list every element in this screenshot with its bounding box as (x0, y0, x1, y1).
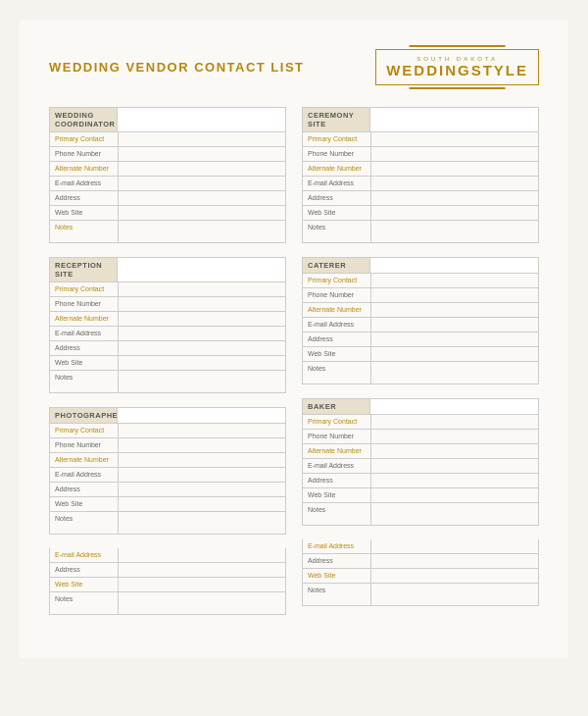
field-value[interactable] (119, 297, 285, 311)
field-value[interactable] (119, 206, 285, 220)
field-row: Phone Number (49, 297, 286, 312)
field-label: Alternate Number (303, 162, 371, 176)
field-label: E-mail Address (50, 327, 119, 340)
header: WEDDING VENDOR CONTACT LIST SOUTH DAKOTA… (49, 49, 539, 85)
section-header-empty (370, 398, 539, 415)
field-row: Notes (302, 503, 539, 526)
field-value[interactable] (371, 191, 538, 205)
field-row: Address (302, 474, 539, 488)
field-value[interactable] (119, 578, 285, 591)
field-value[interactable] (371, 132, 538, 146)
field-row: E-mail Address (50, 548, 285, 563)
field-label: E-mail Address (303, 459, 371, 473)
field-value[interactable] (119, 497, 285, 511)
field-value[interactable] (371, 206, 538, 220)
field-value[interactable] (119, 356, 285, 370)
field-value[interactable] (119, 327, 285, 340)
field-value[interactable] (371, 274, 538, 287)
field-value[interactable] (371, 459, 538, 473)
field-value[interactable] (119, 438, 285, 452)
field-value[interactable] (371, 318, 538, 332)
field-value[interactable] (371, 444, 538, 458)
field-label: Primary Contact (303, 132, 371, 146)
field-value[interactable] (371, 162, 538, 176)
field-value[interactable] (119, 548, 285, 562)
field-value[interactable] (371, 177, 538, 190)
field-value[interactable] (119, 132, 285, 146)
field-row: Phone Number (302, 430, 539, 444)
extra-section-right: E-mail AddressAddressWeb SiteNotes (302, 539, 539, 606)
field-label: Primary Contact (50, 282, 119, 296)
field-value[interactable] (119, 147, 285, 161)
field-row: Web Site (302, 347, 539, 362)
field-label: Address (50, 341, 119, 355)
field-value[interactable] (119, 424, 285, 437)
field-label: Notes (303, 221, 371, 242)
field-value[interactable] (119, 221, 285, 242)
field-value[interactable] (371, 474, 538, 487)
field-label: Phone Number (303, 147, 371, 161)
field-value[interactable] (371, 362, 538, 384)
field-value[interactable] (371, 415, 538, 429)
field-value[interactable] (371, 430, 538, 443)
field-label: Address (303, 554, 371, 568)
section-baker: BAKERPrimary ContactPhone NumberAlternat… (302, 398, 539, 526)
field-row: Notes (49, 371, 286, 393)
field-value[interactable] (371, 221, 538, 242)
field-row: Notes (49, 221, 286, 243)
field-row: Address (50, 563, 285, 578)
field-value[interactable] (371, 539, 538, 553)
field-value[interactable] (371, 488, 538, 502)
field-row: Address (49, 191, 286, 206)
field-label: Notes (303, 584, 371, 605)
field-value[interactable] (371, 569, 538, 583)
field-value[interactable] (371, 347, 538, 361)
field-label: Notes (303, 503, 371, 525)
field-value[interactable] (119, 341, 285, 355)
field-value[interactable] (371, 584, 538, 605)
field-value[interactable] (371, 303, 538, 317)
field-value[interactable] (371, 288, 538, 302)
field-label: Phone Number (303, 288, 371, 302)
field-row: Address (302, 332, 539, 347)
section-title-baker: BAKER (302, 398, 370, 415)
field-label: Notes (50, 371, 119, 392)
field-row: Web Site (49, 356, 286, 371)
field-row: Notes (50, 592, 285, 614)
field-row: Notes (302, 221, 539, 243)
field-value[interactable] (119, 512, 285, 534)
field-value[interactable] (119, 282, 285, 296)
field-value[interactable] (119, 483, 285, 496)
field-row: Alternate Number (302, 444, 539, 459)
section-title-photographer: PHOTOGRAPHER (49, 407, 118, 424)
field-label: Primary Contact (50, 132, 119, 146)
field-value[interactable] (119, 592, 285, 614)
field-row: Phone Number (302, 288, 539, 303)
field-label: Notes (303, 362, 371, 384)
field-value[interactable] (119, 371, 285, 392)
field-value[interactable] (119, 191, 285, 205)
field-value[interactable] (119, 453, 285, 467)
field-value[interactable] (371, 147, 538, 161)
field-label: Address (303, 474, 371, 487)
field-value[interactable] (371, 503, 538, 525)
field-label: E-mail Address (50, 468, 119, 482)
field-value[interactable] (119, 563, 285, 577)
field-row: Phone Number (49, 438, 286, 453)
field-row: Address (303, 554, 538, 569)
field-label: E-mail Address (50, 548, 119, 562)
field-label: E-mail Address (50, 177, 119, 190)
field-value[interactable] (371, 554, 538, 568)
field-value[interactable] (371, 332, 538, 346)
field-value[interactable] (119, 162, 285, 176)
section-header-empty (370, 107, 539, 132)
page: WEDDING VENDOR CONTACT LIST SOUTH DAKOTA… (20, 20, 568, 658)
field-value[interactable] (119, 312, 285, 326)
section-title-reception-site: RECEPTION SITE (49, 257, 118, 282)
field-value[interactable] (119, 468, 285, 482)
field-value[interactable] (119, 177, 285, 190)
field-label: Alternate Number (303, 303, 371, 317)
field-row: E-mail Address (49, 327, 286, 341)
field-label: Alternate Number (50, 453, 119, 467)
field-label: Primary Contact (303, 415, 371, 429)
